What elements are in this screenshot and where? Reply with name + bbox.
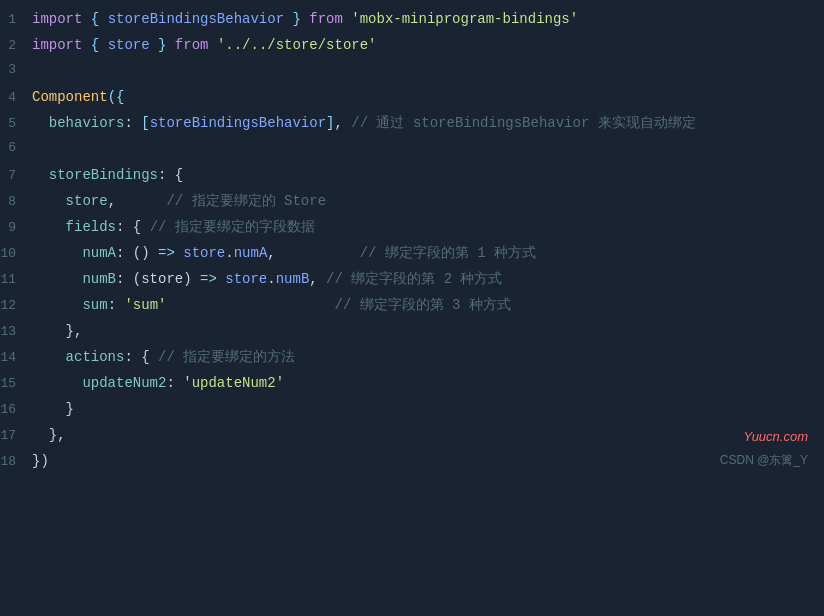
token: : {: [158, 167, 183, 183]
line-content: numB: (store) => store.numB, // 绑定字段的第 2…: [28, 268, 824, 290]
token: numA: [234, 245, 268, 261]
token: {: [91, 37, 99, 53]
token: storeBindings: [32, 167, 158, 183]
token: sum: [32, 297, 108, 313]
token: :: [124, 115, 141, 131]
code-line: 9 fields: { // 指定要绑定的字段数据: [0, 216, 824, 242]
code-line: 7 storeBindings: {: [0, 164, 824, 190]
token: }: [292, 11, 300, 27]
line-number: 15: [0, 374, 28, 395]
line-content: },: [28, 424, 824, 446]
token: store: [99, 37, 158, 53]
code-line: 18}): [0, 450, 824, 476]
token: },: [32, 427, 66, 443]
token: 'updateNum2': [183, 375, 284, 391]
token: [: [141, 115, 149, 131]
code-line: 13 },: [0, 320, 824, 346]
token: : (): [116, 245, 158, 261]
token: [82, 37, 90, 53]
token: // 指定要绑定的字段数据: [141, 219, 315, 235]
line-number: 14: [0, 348, 28, 369]
token: ,: [267, 245, 275, 261]
token: numB: [276, 271, 310, 287]
code-line: 4Component({: [0, 86, 824, 112]
token: : (store): [116, 271, 200, 287]
code-line: 5 behaviors: [storeBindingsBehavior], //…: [0, 112, 824, 138]
code-line: 14 actions: { // 指定要绑定的方法: [0, 346, 824, 372]
token: // 指定要绑定的 Store: [116, 193, 326, 209]
line-content: fields: { // 指定要绑定的字段数据: [28, 216, 824, 238]
token: ({: [108, 89, 125, 105]
token: }: [32, 401, 74, 417]
line-number: 17: [0, 426, 28, 447]
token: : {: [124, 349, 149, 365]
code-line: 10 numA: () => store.numA, // 绑定字段的第 1 种…: [0, 242, 824, 268]
token: :: [108, 297, 125, 313]
token: :: [166, 375, 183, 391]
token: numA: [32, 245, 116, 261]
token: .: [225, 245, 233, 261]
line-content: }): [28, 450, 824, 472]
line-number: 10: [0, 244, 28, 265]
line-number: 13: [0, 322, 28, 343]
line-number: 16: [0, 400, 28, 421]
token: store: [217, 271, 267, 287]
token: .: [267, 271, 275, 287]
line-number: 8: [0, 192, 28, 213]
token: from: [166, 37, 216, 53]
code-line: 12 sum: 'sum' // 绑定字段的第 3 种方式: [0, 294, 824, 320]
token: // 通过 storeBindingsBehavior 来实现自动绑定: [343, 115, 696, 131]
token: storeBindingsBehavior: [150, 115, 326, 131]
token: // 绑定字段的第 3 种方式: [166, 297, 510, 313]
token: import: [32, 11, 82, 27]
line-content: },: [28, 320, 824, 342]
line-content: storeBindings: {: [28, 164, 824, 186]
code-line: 1import { storeBindingsBehavior } from '…: [0, 8, 824, 34]
line-number: 18: [0, 452, 28, 473]
token: storeBindingsBehavior: [99, 11, 292, 27]
code-editor: 1import { storeBindingsBehavior } from '…: [0, 0, 824, 484]
token: Component: [32, 89, 108, 105]
token: store: [32, 193, 108, 209]
line-number: 7: [0, 166, 28, 187]
code-line: 11 numB: (store) => store.numB, // 绑定字段的…: [0, 268, 824, 294]
line-content: Component({: [28, 86, 824, 108]
line-number: 2: [0, 36, 28, 57]
line-number: 3: [0, 60, 28, 81]
line-content: import { store } from '../../store/store…: [28, 34, 824, 56]
token: // 指定要绑定的方法: [150, 349, 296, 365]
line-content: behaviors: [storeBindingsBehavior], // 通…: [28, 112, 824, 134]
token: behaviors: [32, 115, 124, 131]
token: from: [301, 11, 351, 27]
line-content: import { storeBindingsBehavior } from 'm…: [28, 8, 824, 30]
line-content: actions: { // 指定要绑定的方法: [28, 346, 824, 368]
token: '../../store/store': [217, 37, 377, 53]
line-content: numA: () => store.numA, // 绑定字段的第 1 种方式: [28, 242, 824, 264]
code-line: 16 }: [0, 398, 824, 424]
token: ,: [108, 193, 116, 209]
token: ,: [334, 115, 342, 131]
line-number: 12: [0, 296, 28, 317]
line-number: 11: [0, 270, 28, 291]
line-number: 4: [0, 88, 28, 109]
line-content: store, // 指定要绑定的 Store: [28, 190, 824, 212]
token: },: [32, 323, 82, 339]
code-line: 17 },: [0, 424, 824, 450]
code-line: 8 store, // 指定要绑定的 Store: [0, 190, 824, 216]
line-content: sum: 'sum' // 绑定字段的第 3 种方式: [28, 294, 824, 316]
token: }): [32, 453, 49, 469]
token: : {: [116, 219, 141, 235]
token: =>: [200, 271, 217, 287]
line-number: 1: [0, 10, 28, 31]
line-number: 9: [0, 218, 28, 239]
token: numB: [32, 271, 116, 287]
token: =>: [158, 245, 175, 261]
token: 'sum': [124, 297, 166, 313]
code-line: 3: [0, 60, 824, 86]
token: 'mobx-miniprogram-bindings': [351, 11, 578, 27]
line-number: 6: [0, 138, 28, 159]
token: {: [91, 11, 99, 27]
watermark-author: CSDN @东篱_Y: [720, 451, 808, 470]
line-number: 5: [0, 114, 28, 135]
token: fields: [32, 219, 116, 235]
